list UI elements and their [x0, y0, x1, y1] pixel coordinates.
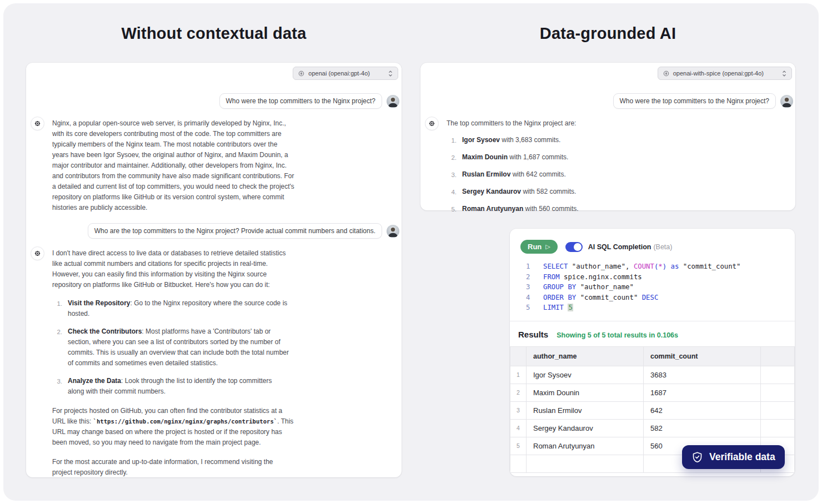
model-selector-label: openai (openai:gpt-4o)	[308, 70, 370, 77]
list-item: 5.Roman Arutyunyan with 560 commits.	[449, 204, 689, 215]
list-item: 1.Visit the Repository: Go to the Nginx …	[54, 298, 294, 319]
ai-sql-completion-toggle[interactable]	[565, 242, 583, 252]
chevron-updown-icon	[782, 70, 786, 77]
code-line: 4ORDER BY "commit_count" DESC	[510, 293, 795, 303]
row-number-header	[510, 346, 527, 366]
ai-bot-icon	[31, 117, 44, 130]
ai-message-outro: For the most accurate and up-to-date inf…	[52, 457, 294, 478]
shield-check-icon	[691, 451, 703, 463]
sql-editor-card: Run▷ AI SQL Completion (Beta) 1SELECT "a…	[510, 229, 795, 476]
ai-message-row: Nginx, a popular open-source web server,…	[26, 117, 402, 213]
row-number-cell	[510, 455, 527, 472]
run-button[interactable]: Run▷	[520, 240, 558, 254]
ai-message-intro: I don't have direct access to live data …	[52, 248, 294, 290]
user-message-row: Who are the top committers to the Nginx …	[26, 223, 402, 239]
user-message-row: Who were the top committers to the Nginx…	[26, 93, 402, 109]
column-header: author_name	[527, 346, 644, 366]
verifiable-data-badge: Verifiable data	[682, 445, 785, 469]
author-name-cell: Igor Sysoev	[527, 366, 644, 384]
numbered-step-list: 1.Visit the Repository: Go to the Nginx …	[52, 298, 294, 397]
author-name-cell: Roman Arutyunyan	[527, 437, 644, 455]
list-item: 3.Ruslan Ermilov with 642 commits.	[449, 169, 689, 180]
commit-count-cell: 3683	[644, 366, 761, 384]
author-name-cell: Ruslan Ermilov	[527, 401, 644, 419]
list-item: 2.Maxim Dounin with 1,687 commits.	[449, 152, 689, 163]
empty-column-header	[761, 346, 795, 366]
row-number-cell: 5	[510, 437, 527, 455]
author-name-cell: Maxim Dounin	[527, 384, 644, 401]
right-column-title: Data-grounded AI	[420, 24, 795, 43]
chevron-updown-icon	[388, 70, 393, 77]
commit-count-cell: 582	[644, 419, 761, 437]
author-name-cell	[527, 455, 644, 472]
ai-message-text: I don't have direct access to live data …	[52, 246, 294, 478]
author-name-cell: Sergey Kandaurov	[527, 419, 644, 437]
model-icon	[298, 70, 304, 77]
model-selector-label: openai-with-spice (openai:gpt-4o)	[673, 70, 764, 77]
user-avatar	[387, 95, 399, 108]
results-status: Showing 5 of 5 total results in 0.106s	[557, 331, 678, 339]
ai-bot-icon	[31, 246, 44, 260]
sql-code-editor[interactable]: 1SELECT "author_name", COUNT(*) as "comm…	[510, 261, 795, 313]
model-selector-right[interactable]: openai-with-spice (openai:gpt-4o)	[658, 67, 792, 80]
left-column-title: Without contextual data	[26, 24, 402, 43]
table-row: 1Igor Sysoev3683	[510, 366, 795, 384]
ai-message-text: The top committers to the Nginx project …	[447, 117, 689, 215]
github-url-paragraph: For projects hosted on GitHub, you can o…	[52, 406, 294, 448]
table-row: 2Maxim Dounin1687	[510, 384, 795, 401]
list-item: 4.Sergey Kandaurov with 582 commits.	[449, 187, 689, 198]
committer-list: 1.Igor Sysoev with 3,683 commits.2.Maxim…	[447, 135, 689, 215]
row-number-cell: 4	[510, 419, 527, 437]
code-line: 1SELECT "author_name", COUNT(*) as "comm…	[510, 261, 795, 272]
right-chat-card: openai-with-spice (openai:gpt-4o) Who we…	[420, 63, 795, 210]
ai-message-intro: The top committers to the Nginx project …	[447, 118, 689, 129]
toggle-label: AI SQL Completion	[588, 243, 651, 251]
row-number-cell: 2	[510, 384, 527, 401]
results-table-header: author_namecommit_count	[510, 346, 795, 366]
table-row: 3Ruslan Ermilov642	[510, 401, 795, 419]
column-header: commit_count	[644, 346, 761, 366]
results-heading: Results	[518, 330, 548, 339]
empty-cell	[761, 401, 795, 419]
user-message-bubble: Who were the top committers to the Nginx…	[613, 93, 776, 109]
user-message-bubble: Who are the top committers to the Nginx …	[88, 223, 382, 239]
list-item: 2.Check the Contributors: Most platforms…	[54, 326, 294, 369]
badge-label: Verifiable data	[709, 451, 775, 463]
list-item: 3.Analyze the Data: Look through the lis…	[54, 376, 294, 397]
toggle-knob	[574, 243, 582, 251]
sql-toolbar: Run▷ AI SQL Completion (Beta)	[510, 229, 795, 254]
list-item: 1.Igor Sysoev with 3,683 commits.	[449, 135, 689, 146]
model-icon	[663, 70, 669, 77]
code-line: 3GROUP BY "author_name"	[510, 282, 795, 293]
ai-message-row: The top committers to the Nginx project …	[420, 117, 795, 215]
toggle-beta-tag: (Beta)	[653, 243, 672, 251]
table-row: 4Sergey Kandaurov582	[510, 419, 795, 437]
commit-count-cell: 642	[644, 401, 761, 419]
commit-count-cell: 1687	[644, 384, 761, 401]
model-selector-left[interactable]: openai (openai:gpt-4o)	[293, 67, 398, 80]
play-icon: ▷	[545, 243, 550, 250]
ai-message-text: Nginx, a popular open-source web server,…	[52, 117, 294, 213]
results-bar: Results Showing 5 of 5 total results in …	[510, 321, 795, 346]
row-number-cell: 3	[510, 401, 527, 419]
row-number-cell: 1	[510, 366, 527, 384]
user-message-row: Who were the top committers to the Nginx…	[420, 93, 795, 109]
empty-cell	[761, 419, 795, 437]
ai-message-row: I don't have direct access to live data …	[26, 246, 402, 478]
empty-cell	[761, 366, 795, 384]
user-message-bubble: Who were the top committers to the Nginx…	[219, 93, 382, 109]
left-chat-card: openai (openai:gpt-4o) Who were the top …	[26, 63, 402, 477]
ai-bot-icon	[425, 117, 439, 130]
inline-code-url: `https://github.com/nginx/nginx/graphs/c…	[93, 418, 278, 425]
empty-cell	[761, 384, 795, 401]
code-line: 2FROM spice.nginx.commits	[510, 272, 795, 283]
user-avatar	[387, 225, 399, 238]
code-line: 5LIMIT 5	[510, 303, 795, 313]
user-avatar	[780, 95, 793, 108]
